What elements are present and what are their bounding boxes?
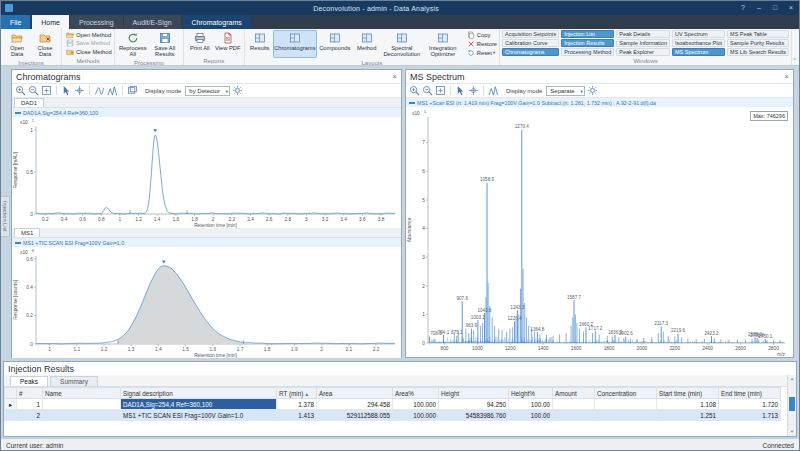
- open-method-button[interactable]: Open Method: [64, 31, 112, 39]
- crosshair-icon[interactable]: [74, 85, 85, 96]
- cell-end-time[interactable]: 1.713: [719, 410, 781, 421]
- tab-summary[interactable]: Summary: [50, 376, 98, 386]
- minimize-button[interactable]: –: [751, 1, 767, 15]
- pointer-icon[interactable]: [61, 85, 72, 96]
- cell-signal-description[interactable]: DAD1A,Sig=254,4 Ref=360,100: [121, 399, 277, 410]
- cell-area[interactable]: 294.458: [317, 399, 393, 410]
- signal-curve-icon[interactable]: [94, 85, 105, 96]
- results-vertical-scrollbar[interactable]: ▲ ▼: [787, 375, 796, 436]
- maximize-button[interactable]: □: [767, 1, 783, 15]
- reset-layout-button[interactable]: Reset ▾: [465, 49, 497, 57]
- cell-name[interactable]: [43, 399, 121, 410]
- view-pdf-button[interactable]: View PDF: [214, 30, 242, 56]
- layout-compounds-button[interactable]: Compounds: [317, 30, 353, 58]
- table-row[interactable]: 2 MS1 +TIC SCAN ESI Frag=100V Gain=1.0 1…: [5, 410, 781, 421]
- ms-spectrum-panel-close-button[interactable]: ×: [784, 70, 789, 83]
- col-area[interactable]: Area: [317, 388, 393, 399]
- tab-chromatograms-contextual[interactable]: Chromatograms: [183, 15, 251, 29]
- window-toggle-isoabsorbance-plot[interactable]: Isoabsorbance Plot: [672, 39, 725, 47]
- restore-layout-button[interactable]: Restore: [465, 40, 497, 48]
- window-toggle-acquisition-setpoints[interactable]: Acquisition Setpoints: [502, 30, 559, 38]
- cell-number[interactable]: 2: [17, 410, 43, 421]
- zoom-out-icon[interactable]: [422, 85, 433, 96]
- cell-signal-description[interactable]: MS1 +TIC SCAN ESI Frag=100V Gain=1.0: [121, 410, 277, 421]
- cell-height-pct[interactable]: 100.00: [509, 399, 553, 410]
- layout-method-button[interactable]: Method: [353, 30, 381, 58]
- tab-processing[interactable]: Processing: [70, 15, 123, 29]
- window-toggle-ms-spectrum[interactable]: MS Spectrum: [672, 48, 725, 56]
- print-all-button[interactable]: Print All: [186, 30, 214, 56]
- layout-spectral-deconvolution-button[interactable]: Spectral Deconvolution: [381, 30, 423, 58]
- window-toggle-injection-results[interactable]: Injection Results: [561, 39, 614, 47]
- docked-tab-injection-list[interactable]: Injection List: [1, 196, 10, 237]
- gear-icon[interactable]: [232, 85, 243, 96]
- cell-rt[interactable]: 1.413: [277, 410, 317, 421]
- window-toggle-peak-explorer[interactable]: Peak Explorer: [616, 48, 670, 56]
- close-button[interactable]: ×: [783, 1, 799, 15]
- crosshair-icon[interactable]: [468, 85, 479, 96]
- cell-name[interactable]: [43, 410, 121, 421]
- cell-height-pct[interactable]: 100.00: [509, 410, 553, 421]
- col-name[interactable]: Name: [43, 388, 121, 399]
- cell-area-pct[interactable]: 100.000: [393, 399, 439, 410]
- cell-height[interactable]: 94.250: [439, 399, 509, 410]
- ribbon-collapse-button[interactable]: ^: [793, 57, 796, 63]
- col-number[interactable]: #: [17, 388, 43, 399]
- col-start-time[interactable]: Start time (min): [657, 388, 719, 399]
- cell-start-time[interactable]: 1.108: [657, 399, 719, 410]
- col-area-pct[interactable]: Area%: [393, 388, 439, 399]
- save-all-results-button[interactable]: Save All Results: [149, 30, 181, 58]
- close-method-button[interactable]: Close Method: [64, 48, 112, 56]
- window-toggle-injection-list[interactable]: Injection List: [561, 30, 614, 38]
- window-toggle-ms-peak-table[interactable]: MS Peak Table: [727, 30, 789, 38]
- zoom-out-icon[interactable]: [28, 85, 39, 96]
- tab-audit-esign[interactable]: Audit/E-Sign: [124, 15, 181, 29]
- cell-number[interactable]: 1: [17, 399, 43, 410]
- cell-concentration[interactable]: [595, 399, 657, 410]
- chromatograms-panel-close-button[interactable]: ×: [392, 70, 397, 83]
- col-signal-description[interactable]: Signal description: [121, 388, 277, 399]
- zoom-fit-icon[interactable]: [41, 85, 52, 96]
- save-method-button[interactable]: Save Method: [64, 39, 112, 47]
- dad1-chromatogram-chart[interactable]: 0.20.40.60.811.21.41.61.822.22.42.62.833…: [12, 117, 401, 228]
- overlay-icon[interactable]: [127, 85, 138, 96]
- open-data-button[interactable]: Open Data: [3, 30, 31, 58]
- cell-amount[interactable]: [553, 410, 595, 421]
- pointer-icon[interactable]: [455, 85, 466, 96]
- col-amount[interactable]: Amount: [553, 388, 595, 399]
- tab-file[interactable]: File: [1, 15, 30, 29]
- signal-tab-ms1[interactable]: MS1: [14, 228, 40, 237]
- close-data-button[interactable]: Close Data: [31, 30, 59, 58]
- col-concentration[interactable]: Concentration: [595, 388, 657, 399]
- cell-rt[interactable]: 1.378: [277, 399, 317, 410]
- cell-area-pct[interactable]: 100.000: [393, 410, 439, 421]
- gear-icon[interactable]: [587, 85, 598, 96]
- window-toggle-calibration-curve[interactable]: Calibration Curve: [502, 39, 559, 47]
- copy-layout-button[interactable]: Copy: [465, 31, 497, 39]
- window-toggle-uv-spectrum[interactable]: UV Spectrum: [672, 30, 725, 38]
- layout-integration-optimizer-button[interactable]: Integration Optimizer: [423, 30, 463, 58]
- display-mode-select-chromatograms[interactable]: by Detector: [185, 86, 230, 96]
- reprocess-all-button[interactable]: Reprocess All: [117, 30, 149, 58]
- window-toggle-sample-information[interactable]: Sample Information: [616, 39, 670, 47]
- cell-start-time[interactable]: 1.251: [657, 410, 719, 421]
- peak-labels-icon[interactable]: [107, 85, 118, 96]
- table-row[interactable]: ▸ 1 DAD1A,Sig=254,4 Ref=360,100 1.378 29…: [5, 399, 781, 410]
- peak-labels-icon[interactable]: [488, 85, 499, 96]
- cell-height[interactable]: 54583986.760: [439, 410, 509, 421]
- ms1-chromatogram-chart[interactable]: 11.11.21.31.41.51.61.71.81.922.12.200.20…: [12, 247, 401, 358]
- tab-peaks[interactable]: Peaks: [10, 376, 48, 386]
- tab-home[interactable]: Home: [32, 15, 69, 29]
- zoom-in-icon[interactable]: [409, 85, 420, 96]
- window-toggle-processing-method[interactable]: Processing Method: [561, 48, 614, 56]
- col-end-time[interactable]: End time (min): [719, 388, 781, 399]
- scroll-up-icon[interactable]: ▲: [788, 375, 796, 383]
- zoom-fit-icon[interactable]: [435, 85, 446, 96]
- layout-chromatograms-button[interactable]: Chromatograms: [273, 30, 317, 58]
- window-toggle-chromatograms[interactable]: Chromatograms: [502, 48, 559, 56]
- scrollbar-thumb[interactable]: [789, 397, 795, 411]
- cell-amount[interactable]: [553, 399, 595, 410]
- cell-concentration[interactable]: [595, 410, 657, 421]
- col-height[interactable]: Height: [439, 388, 509, 399]
- window-toggle-ms-lib-search-results[interactable]: MS Lib Search Results: [727, 48, 789, 56]
